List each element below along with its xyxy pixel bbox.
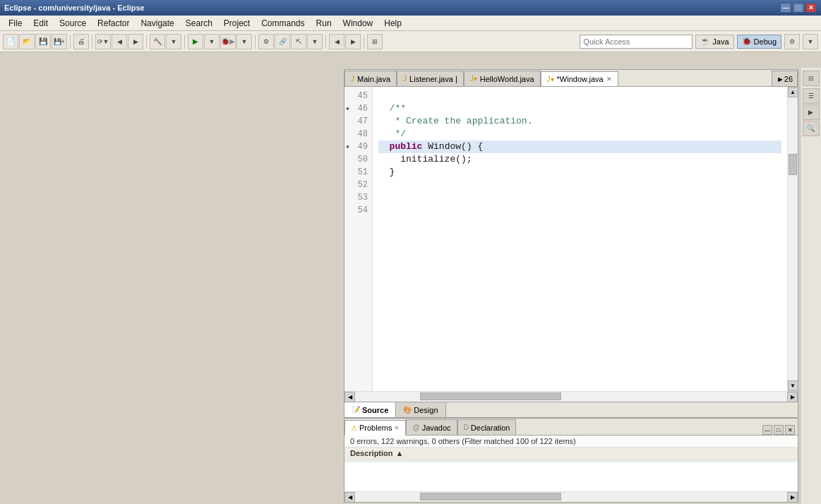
- tab-javadoc[interactable]: @ Javadoc: [406, 419, 457, 435]
- editor-vscroll[interactable]: ▲ ▼: [787, 87, 798, 391]
- vscroll-up-button[interactable]: ▲: [788, 87, 798, 97]
- search-results-button[interactable]: 🔍: [803, 121, 820, 136]
- line-53: 53: [344, 191, 372, 204]
- open-button[interactable]: 📂: [19, 34, 35, 49]
- menu-commands[interactable]: Commands: [256, 17, 310, 30]
- tab-helloworld-java[interactable]: J▾ HelloWorld.java: [464, 71, 541, 86]
- forward-button[interactable]: ▶: [345, 34, 361, 49]
- javadoc-icon: @: [412, 424, 419, 431]
- bottom-content: 0 errors, 122 warnings, 0 others (Filter…: [344, 436, 798, 502]
- debug-perspective-button[interactable]: 🐞 Debug: [737, 35, 781, 49]
- bottom-hscroll-right[interactable]: ▶: [787, 492, 798, 503]
- minimize-button[interactable]: —: [780, 3, 791, 13]
- description-header[interactable]: Description ▲: [344, 448, 798, 460]
- menu-project[interactable]: Project: [218, 17, 256, 30]
- minimize-panel-button[interactable]: —: [762, 425, 772, 435]
- main-area: J Main.java J Listener.java | J▾ HelloWo…: [0, 68, 800, 504]
- design-tab[interactable]: 🎨 Design: [396, 402, 445, 417]
- perspective-settings[interactable]: ⚙: [784, 34, 800, 49]
- menu-run[interactable]: Run: [311, 17, 337, 30]
- build-button[interactable]: 🔨: [150, 34, 165, 49]
- extra-btn3[interactable]: ⛏: [291, 34, 306, 49]
- code-line-45: [378, 90, 781, 102]
- maximize-button[interactable]: □: [793, 3, 804, 13]
- maximize-panel-button[interactable]: □: [774, 425, 784, 435]
- vscroll-track[interactable]: [788, 97, 798, 380]
- close-panel-button[interactable]: ✕: [785, 425, 795, 435]
- print-button[interactable]: 🖨: [73, 34, 89, 49]
- hscroll-left-button[interactable]: ◀: [344, 392, 355, 402]
- menu-help[interactable]: Help: [378, 17, 407, 30]
- menu-search[interactable]: Search: [180, 17, 218, 30]
- hscroll-thumb[interactable]: [420, 392, 561, 400]
- quick-access-input[interactable]: [580, 35, 693, 49]
- tab-overflow-label: ►26: [777, 75, 793, 83]
- bottom-hscroll-track[interactable]: [355, 492, 787, 502]
- prev-edit-button[interactable]: ◀: [112, 34, 127, 49]
- back-button[interactable]: ◀: [329, 34, 344, 49]
- close-window-tab-button[interactable]: ✕: [606, 76, 612, 83]
- code-line-50: initialize();: [378, 153, 781, 166]
- extra-btn1[interactable]: ⚙: [258, 34, 274, 49]
- bottom-hscroll-thumb[interactable]: [420, 493, 561, 500]
- menu-edit[interactable]: Edit: [28, 17, 54, 30]
- extra-dropdown[interactable]: ▼: [307, 34, 323, 49]
- line-49: 49: [344, 140, 372, 153]
- menu-navigate[interactable]: Navigate: [135, 17, 179, 30]
- line-50: 50: [344, 153, 372, 166]
- title-text: Eclipse - com/university/java - Eclipse: [4, 4, 145, 12]
- run-button[interactable]: ▶: [188, 34, 203, 49]
- problems-content: [344, 460, 798, 491]
- task-view-button[interactable]: ☰: [803, 88, 820, 104]
- save-button[interactable]: 💾: [35, 34, 51, 49]
- debug-dropdown[interactable]: ▼: [236, 34, 252, 49]
- problems-item[interactable]: [344, 460, 798, 462]
- persp-open-button[interactable]: ⊞: [367, 34, 383, 49]
- run-dropdown[interactable]: ▼: [204, 34, 220, 49]
- tab-listener-java[interactable]: J Listener.java |: [397, 71, 464, 86]
- javadoc-tab-label: Javadoc: [422, 424, 451, 432]
- outline-toggle-button[interactable]: ⊟: [803, 71, 820, 86]
- code-content[interactable]: /** * Create the application. */ public …: [373, 87, 787, 391]
- next-edit-button[interactable]: ▶: [128, 34, 143, 49]
- code-line-54: [378, 204, 781, 217]
- tab-window-java[interactable]: J▾ *Window.java ✕: [541, 71, 618, 87]
- bottom-tab-controls: — □ ✕: [760, 425, 798, 435]
- java-perspective-button[interactable]: ☕ Java: [695, 35, 733, 49]
- hscroll-track[interactable]: [355, 392, 787, 402]
- vscroll-down-button[interactable]: ▼: [788, 380, 798, 391]
- sort-icon[interactable]: ▲: [396, 449, 404, 457]
- bottom-tabs: ⚠ Problems ✕ @ Javadoc D Declaration — □…: [344, 419, 798, 436]
- tab-problems[interactable]: ⚠ Problems ✕: [344, 420, 406, 436]
- tab-window-java-label: *Window.java: [557, 75, 604, 83]
- menu-refactor[interactable]: Refactor: [92, 17, 135, 30]
- line-48: 48: [344, 128, 372, 140]
- editor-hscroll[interactable]: ◀ ▶: [344, 391, 798, 402]
- problems-icon: ⚠: [351, 424, 357, 432]
- bottom-hscroll[interactable]: ◀ ▶: [344, 491, 798, 502]
- history-button[interactable]: ⟳▼: [95, 34, 111, 49]
- tab-main-java[interactable]: J Main.java: [344, 71, 397, 86]
- vscroll-thumb[interactable]: [789, 154, 797, 175]
- menu-file[interactable]: File: [3, 17, 28, 30]
- code-line-48: */: [378, 128, 781, 140]
- code-editor[interactable]: 45 46 47 48 49 50 51 52 53 54 /**: [344, 87, 787, 391]
- extra-btn2[interactable]: 🔗: [275, 34, 290, 49]
- hscroll-right-button[interactable]: ▶: [787, 392, 798, 402]
- menu-source[interactable]: Source: [54, 17, 92, 30]
- toolbar-build-group: 🔨 ▼: [150, 34, 181, 49]
- close-button[interactable]: ✕: [805, 3, 817, 13]
- sep4: [184, 35, 185, 49]
- perspective-more[interactable]: ▼: [803, 34, 818, 49]
- build-dropdown[interactable]: ▼: [166, 34, 181, 49]
- save-all-button[interactable]: 💾+: [52, 34, 67, 49]
- bottom-hscroll-left[interactable]: ◀: [344, 492, 355, 503]
- tab-overflow-button[interactable]: ►26: [772, 71, 798, 86]
- problems-tab-close-icon: ✕: [394, 424, 400, 431]
- tab-declaration[interactable]: D Declaration: [457, 419, 517, 435]
- menu-window[interactable]: Window: [337, 17, 379, 30]
- source-tab[interactable]: 📝 Source: [344, 402, 396, 417]
- debug-run-button[interactable]: 🐞▶: [220, 34, 236, 49]
- new-button[interactable]: 📄: [3, 34, 18, 49]
- console-button[interactable]: ▶: [803, 104, 820, 120]
